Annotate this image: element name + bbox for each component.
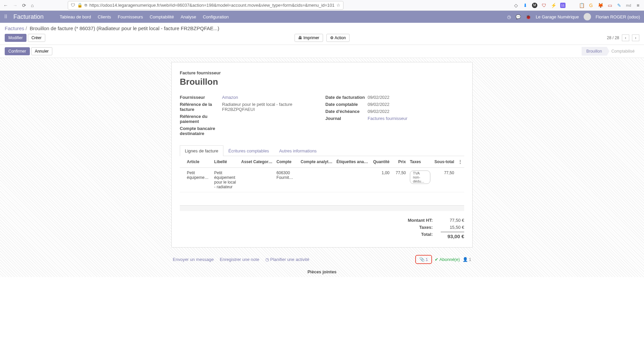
- clock-icon[interactable]: ◷: [507, 14, 511, 19]
- ext-icon[interactable]: [570, 3, 575, 8]
- company-name[interactable]: Le Garage Numérique: [536, 14, 579, 19]
- th-account[interactable]: Compte: [274, 156, 299, 168]
- menu-analysis[interactable]: Analyse: [180, 14, 196, 19]
- reload-icon[interactable]: ⟳: [22, 3, 26, 8]
- extension-icons: ◇ ⬇ M 🛡 ⚡ 11 📋 G 🦊 ▭ ✎ md ≡: [513, 3, 641, 8]
- total-tax-label: Taxes:: [392, 225, 433, 230]
- th-tags[interactable]: Étiquettes ana…: [334, 156, 370, 168]
- ext-icon[interactable]: ▭: [607, 3, 612, 8]
- ext-icon[interactable]: 🦊: [598, 3, 603, 8]
- gear-icon: ⚙: [330, 36, 335, 40]
- label-invdate: Date de facturation: [325, 95, 368, 100]
- home-icon[interactable]: ⌂: [31, 3, 34, 8]
- th-label[interactable]: Libellé: [212, 156, 239, 168]
- cell-qty: 1,00: [370, 168, 391, 192]
- ext-icon[interactable]: ✎: [616, 3, 622, 8]
- menu-icon[interactable]: ≡: [635, 3, 641, 8]
- download-icon[interactable]: ⬇: [523, 3, 528, 8]
- menu-customers[interactable]: Clients: [98, 14, 111, 19]
- ext-icon[interactable]: 11: [560, 3, 566, 8]
- ext-icon[interactable]: G: [588, 3, 594, 8]
- breadcrumb-sep: /: [25, 25, 27, 31]
- chatter: Envoyer un message Enregistrer une note …: [171, 252, 473, 277]
- label-accdate: Date comptable: [325, 102, 368, 107]
- menu-vendors[interactable]: Fournisseurs: [118, 14, 143, 19]
- tab-other[interactable]: Autres informations: [274, 145, 322, 156]
- cell-price: 77,50: [391, 168, 408, 192]
- attachment-count[interactable]: 📎1: [415, 255, 432, 264]
- form-background: Facture fournisseur Brouillon Fournisseu…: [0, 58, 644, 277]
- log-note-link[interactable]: Enregistrer une note: [220, 257, 259, 262]
- check-icon: ✔: [435, 257, 438, 262]
- debug-icon[interactable]: 🐞: [526, 14, 531, 19]
- follower-count[interactable]: 👤1: [463, 257, 471, 262]
- vendor-link[interactable]: Amazon: [222, 95, 238, 100]
- th-options-icon[interactable]: ⋮: [456, 156, 464, 168]
- label-bank: Compte bancaire destinataire: [180, 126, 222, 136]
- back-icon[interactable]: ←: [3, 3, 8, 8]
- ext-icon[interactable]: md: [626, 3, 631, 8]
- ext-icon[interactable]: ⚡: [551, 3, 556, 8]
- user-name[interactable]: Florian ROGER (odoo): [596, 14, 640, 19]
- breadcrumb: Factures / Brouillon de facture (* 86037…: [0, 23, 644, 32]
- th-price[interactable]: Prix: [391, 156, 408, 168]
- form-sheet: Facture fournisseur Brouillon Fournisseu…: [171, 62, 473, 248]
- total-ht-val: 77,50 €: [441, 218, 464, 223]
- star-icon[interactable]: ☆: [336, 3, 340, 8]
- ublock-icon[interactable]: 🛡: [541, 3, 547, 8]
- journal-link[interactable]: Factures fournisseur: [368, 116, 408, 121]
- create-button[interactable]: Créer: [28, 34, 45, 42]
- action-bar: Modifier Créer 🖶 Imprimer ⚙ Action 28 / …: [0, 32, 644, 45]
- th-article[interactable]: Article: [185, 156, 212, 168]
- cell-subtotal: 77,50: [432, 168, 456, 192]
- pager-text[interactable]: 28 / 28: [607, 36, 619, 40]
- total-val: 93,00 €: [441, 232, 464, 239]
- th-analytic[interactable]: Compte analyt…: [299, 156, 334, 168]
- tax-badge: TVA non-dédu...: [410, 171, 430, 184]
- tabs: Lignes de facture Écritures comptables A…: [180, 145, 464, 156]
- app-brand[interactable]: Facturation: [13, 13, 44, 20]
- tab-lines[interactable]: Lignes de facture: [180, 145, 223, 156]
- url-bar[interactable]: 🛡 🔒 ⧉ https://odoo14.legaragenumerique.f…: [68, 1, 343, 10]
- avatar[interactable]: [584, 13, 591, 20]
- value-invdate: 09/02/2022: [368, 95, 464, 100]
- apps-icon[interactable]: ⠿: [4, 14, 7, 19]
- print-button[interactable]: 🖶 Imprimer: [294, 34, 323, 42]
- record-type: Facture fournisseur: [180, 70, 464, 75]
- send-message-link[interactable]: Envoyer un message: [173, 257, 214, 262]
- th-qty[interactable]: Quantité: [370, 156, 391, 168]
- tab-journal[interactable]: Écritures comptables: [223, 145, 274, 156]
- action-button[interactable]: ⚙ Action: [326, 34, 350, 42]
- ext-icon[interactable]: M: [532, 3, 537, 8]
- breadcrumb-root[interactable]: Factures: [5, 25, 24, 31]
- pager-prev[interactable]: ‹: [622, 35, 629, 41]
- label-vendor: Fournisseur: [180, 95, 222, 100]
- print-icon: 🖶: [298, 36, 303, 40]
- value-payref: [222, 114, 319, 124]
- modify-button[interactable]: Modifier: [5, 34, 26, 42]
- th-taxes[interactable]: Taxes: [408, 156, 432, 168]
- cell-article: Petit équipeme…: [185, 168, 212, 192]
- stage-posted[interactable]: Comptabilisé: [607, 47, 639, 56]
- forward-icon[interactable]: →: [13, 3, 17, 8]
- menu-accounting[interactable]: Comptabilité: [150, 14, 174, 19]
- th-asset[interactable]: Asset Categor…: [239, 156, 274, 168]
- pager-next[interactable]: ›: [632, 35, 639, 41]
- menu-config[interactable]: Configuration: [203, 14, 229, 19]
- app-navbar: ⠿ Facturation Tableau de bord Clients Fo…: [0, 11, 644, 23]
- th-subtotal[interactable]: Sous-total: [432, 156, 456, 168]
- schedule-activity-link[interactable]: ◷ Planifier une activité: [265, 257, 309, 262]
- chat-icon[interactable]: 💬: [516, 14, 521, 19]
- ext-icon[interactable]: 📋: [579, 3, 584, 8]
- value-bank: [222, 126, 319, 136]
- pocket-icon[interactable]: ◇: [513, 3, 519, 8]
- stage-draft[interactable]: Brouillon: [582, 47, 607, 56]
- table-row[interactable]: Petit équipeme… Petit équipement pour le…: [180, 168, 464, 192]
- menu-dashboard[interactable]: Tableau de bord: [60, 14, 91, 19]
- url-text: https://odoo14.legaragenumerique.fr/web#…: [89, 3, 334, 8]
- subscribe-button[interactable]: ✔Abonné(e): [435, 257, 460, 262]
- cancel-button[interactable]: Annuler: [31, 47, 52, 55]
- cell-account: 606300 Fournit…: [274, 168, 299, 192]
- value-accdate: 09/02/2022: [368, 102, 464, 107]
- confirm-button[interactable]: Confirmer: [5, 47, 30, 55]
